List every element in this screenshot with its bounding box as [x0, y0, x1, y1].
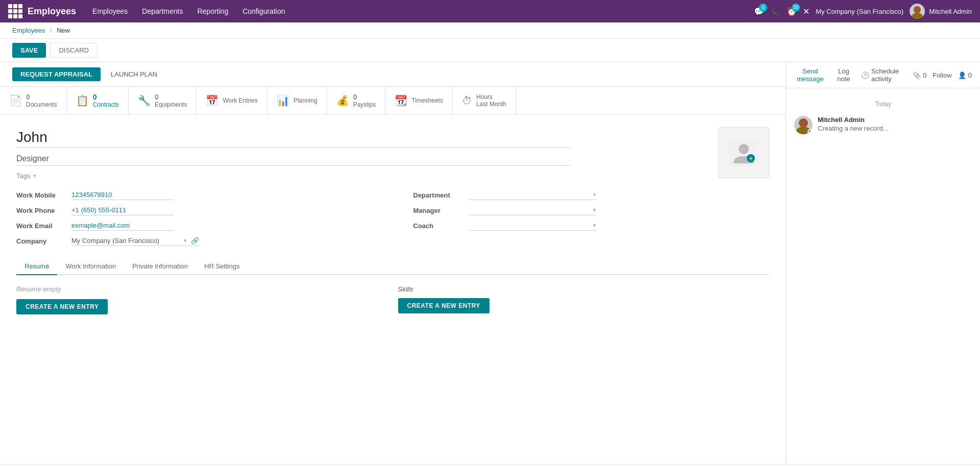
- message-text: Creating a new record...: [818, 125, 972, 132]
- svg-point-6: [799, 118, 808, 128]
- follow-button[interactable]: Follow: [933, 71, 952, 79]
- save-button[interactable]: SAVE: [12, 43, 46, 58]
- work-mobile-row: Work Mobile: [16, 190, 393, 200]
- breadcrumb-root[interactable]: Employees: [12, 27, 45, 34]
- employee-header: Tags ▾ +: [16, 127, 769, 180]
- close-icon[interactable]: ✕: [803, 7, 810, 16]
- online-status-dot: [807, 129, 813, 134]
- employee-header-left: Tags ▾: [16, 127, 708, 180]
- tags-placeholder[interactable]: Tags: [16, 172, 30, 180]
- smart-btn-planning[interactable]: 📊 Planning: [267, 87, 327, 114]
- request-appraisal-button[interactable]: REQUEST APPRAISAL: [12, 67, 101, 81]
- smart-btn-timesheets[interactable]: 📆 Timesheets: [385, 87, 453, 114]
- messages-icon[interactable]: 💬 6: [754, 7, 764, 16]
- phone-icon[interactable]: 📞: [770, 7, 780, 16]
- svg-point-3: [739, 144, 749, 154]
- menu-employees[interactable]: Employees: [86, 4, 134, 18]
- chatter-panel: Send message Log note 🕐 Schedule activit…: [786, 62, 980, 464]
- contracts-label: Contracts: [93, 101, 119, 108]
- form-fields: Work Mobile Work Phone Work Email Compan…: [16, 190, 769, 246]
- clock-icon[interactable]: ⏰ 30: [787, 7, 797, 16]
- create-resume-entry-button[interactable]: CREATE A NEW ENTRY: [16, 299, 108, 314]
- smart-btn-work-entries[interactable]: 📅 Work Entries: [197, 87, 267, 114]
- work-mobile-input[interactable]: [71, 190, 174, 200]
- menu-reporting[interactable]: Reporting: [191, 4, 234, 18]
- messages-badge: 6: [759, 4, 767, 12]
- tab-hr-settings[interactable]: HR Settings: [196, 258, 248, 275]
- menu-configuration[interactable]: Configuration: [236, 4, 291, 18]
- skills-col: Skills CREATE A NEW ENTRY: [398, 285, 770, 314]
- company-row: Company ▾ 🔗: [16, 236, 393, 246]
- schedule-activity-label: Schedule activity: [871, 67, 904, 83]
- breadcrumb-separator: /: [50, 27, 54, 34]
- app-name: Employees: [28, 6, 76, 17]
- department-dropdown-arrow: ▾: [593, 191, 596, 198]
- work-phone-input[interactable]: [71, 205, 174, 215]
- follower-count: 👤 0: [958, 71, 972, 79]
- log-note-button[interactable]: Log note: [835, 67, 853, 83]
- coach-dropdown-arrow: ▾: [593, 222, 596, 229]
- tab-private-information[interactable]: Private Information: [124, 258, 196, 275]
- company-name: My Company (San Francisco): [816, 8, 903, 15]
- chatter-actions: Send message Log note 🕐 Schedule activit…: [786, 62, 980, 88]
- payslips-count: 0: [353, 93, 376, 101]
- manager-input[interactable]: [469, 206, 591, 214]
- app-logo[interactable]: Employees: [8, 4, 76, 18]
- follower-icon: 👤: [958, 71, 966, 79]
- employee-form: Tags ▾ + W: [0, 115, 786, 337]
- tab-work-information[interactable]: Work Information: [57, 258, 124, 275]
- department-row: Department ▾: [413, 190, 770, 200]
- message-author-name: Mitchell Admin: [818, 116, 865, 124]
- breadcrumb: Employees / New: [12, 27, 70, 34]
- work-email-row: Work Email: [16, 220, 393, 231]
- employee-name-input[interactable]: [16, 127, 570, 148]
- breadcrumb-bar: Employees / New: [0, 22, 980, 39]
- message-author-avatar: [794, 116, 813, 134]
- department-label: Department: [413, 191, 464, 199]
- message-body: Mitchell Admin Creating a new record...: [818, 116, 972, 134]
- user-name: Mitchell Admin: [929, 8, 972, 15]
- coach-input[interactable]: [469, 222, 591, 229]
- employee-photo[interactable]: +: [718, 127, 769, 178]
- tab-content-grid: Resumé empty CREATE A NEW ENTRY Skills C…: [16, 285, 769, 314]
- form-col-right: Department ▾ Manager ▾: [393, 190, 770, 246]
- planning-label: Planning: [293, 97, 317, 104]
- action-bar: SAVE DISCARD: [0, 39, 980, 62]
- timesheets-label: Timesheets: [411, 97, 443, 104]
- left-panel: REQUEST APPRAISAL LAUNCH PLAN 📄 0 Docume…: [0, 62, 786, 464]
- schedule-activity-button[interactable]: 🕐 Schedule activity: [861, 67, 904, 83]
- send-message-button[interactable]: Send message: [794, 67, 826, 83]
- payslips-icon: 💰: [336, 94, 349, 107]
- employee-job-input[interactable]: [16, 152, 570, 166]
- discard-button[interactable]: DISCARD: [50, 43, 97, 58]
- chatter-right: 📎 0 Follow 👤 0: [913, 71, 972, 79]
- tags-field: Tags ▾: [16, 172, 708, 180]
- planning-icon: 📊: [277, 94, 289, 107]
- smart-btn-documents[interactable]: 📄 0 Documents: [0, 87, 67, 114]
- menu-departments[interactable]: Departments: [136, 4, 189, 18]
- skills-label: Skills: [398, 285, 770, 293]
- smart-btn-payslips[interactable]: 💰 0 Payslips: [327, 87, 386, 114]
- chatter-body: Today Mitchell Admin Creating a new reco…: [786, 88, 980, 464]
- svg-point-1: [912, 13, 923, 19]
- user-menu[interactable]: Mitchell Admin: [910, 4, 972, 19]
- contracts-icon: 📋: [76, 94, 89, 107]
- work-email-input[interactable]: [71, 220, 174, 231]
- work-entries-label: Work Entries: [223, 97, 257, 104]
- attachment-count: 📎 0: [913, 71, 926, 79]
- breadcrumb-current: New: [57, 27, 70, 34]
- tab-resume[interactable]: Resumé: [16, 258, 57, 275]
- work-phone-row: Work Phone: [16, 205, 393, 215]
- department-input[interactable]: [469, 191, 591, 199]
- chatter-date-separator: Today: [794, 101, 972, 108]
- create-skill-entry-button[interactable]: CREATE A NEW ENTRY: [398, 298, 489, 313]
- grid-icon: [8, 4, 22, 18]
- smart-btn-hours[interactable]: ⏱ HoursLast Month: [453, 87, 516, 114]
- smart-btn-contracts[interactable]: 📋 0 Contracts: [67, 87, 129, 114]
- smart-btn-equipments[interactable]: 🔧 0 Equipments: [129, 87, 197, 114]
- launch-plan-button[interactable]: LAUNCH PLAN: [105, 67, 163, 81]
- company-external-link[interactable]: 🔗: [191, 237, 199, 244]
- company-input[interactable]: [71, 237, 182, 244]
- coach-dropdown: ▾: [469, 220, 596, 231]
- work-entries-icon: 📅: [206, 94, 218, 107]
